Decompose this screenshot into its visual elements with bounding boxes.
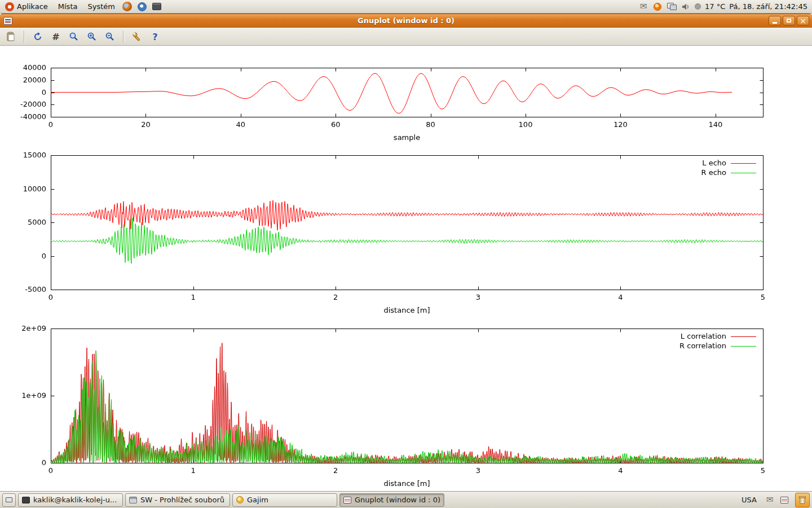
copy-button[interactable] [3,30,18,44]
task-button-gnuplot[interactable]: Gnuplot (window id : 0) [339,493,444,507]
toolbar-separator [123,30,124,43]
configure-button[interactable] [130,30,144,44]
panel-menus: Aplikace Místa Systém [0,0,164,13]
close-button[interactable]: × [797,16,809,25]
network-tray-button[interactable] [667,2,677,12]
file-manager-icon [129,497,137,503]
task-button-file-manager[interactable]: SW - Prohlížeč souborů [125,493,230,507]
screenshot-icon [152,3,161,10]
desktop-icon [6,497,12,502]
maximize-icon [787,19,791,23]
gnuplot-window: Gnuplot (window id : 0) × [0,14,812,491]
titlebar[interactable]: Gnuplot (window id : 0) × [0,14,812,28]
grid-button[interactable]: # [48,30,63,44]
system-menu[interactable]: Systém [82,0,120,13]
task-label: kaklik@kaklik-kolej-u... [33,496,117,504]
waveform-chart-canvas[interactable] [0,63,812,148]
magnifier-icon [69,32,79,42]
terminal-icon [22,497,30,503]
places-menu-label: Místa [58,2,78,11]
show-desktop-button[interactable] [2,493,16,507]
correlation-chart-canvas[interactable] [0,324,812,493]
mail-tray-button[interactable]: ✉ [638,2,648,12]
clipboard-icon [6,32,16,42]
network-icon [667,3,677,10]
grid-icon: # [52,32,59,42]
help-icon [138,2,147,11]
magnifier-plus-icon [87,32,97,42]
maximize-button[interactable] [783,16,795,25]
volume-tray-button[interactable] [681,2,691,12]
system-menu-label: Systém [87,2,114,11]
applications-menu[interactable]: Aplikace [0,0,53,13]
task-label: SW - Prohlížeč souborů [140,496,224,504]
gnuplot-icon [780,497,788,503]
mail-icon: ✉ [766,496,774,504]
clock-label[interactable]: Pá, 18. září, 21:42:45 [729,2,807,11]
echo-chart-canvas[interactable] [0,151,812,320]
speaker-icon [681,2,690,11]
update-tray-button[interactable] [652,2,663,12]
gajim-icon [236,496,244,503]
toolbar-separator [24,30,25,43]
keyboard-layout-indicator[interactable]: USA [737,496,761,504]
zoom-out-button[interactable] [103,30,117,44]
mail-notify-button[interactable]: ✉ [764,494,776,506]
desktop: Aplikace Místa Systém ✉ 17 °C [0,0,812,508]
temperature-label[interactable]: 17 °C [705,2,725,11]
autoscale-button[interactable] [67,30,81,44]
refresh-icon [33,32,43,42]
toolbar: # [0,28,812,46]
trash-icon [798,496,806,504]
question-icon: ? [152,32,157,42]
trash-button[interactable] [795,493,810,507]
plot-surface [0,46,812,491]
wrench-icon [132,32,142,42]
help-button[interactable]: ? [148,30,162,44]
panel-tray: ✉ 17 °C Pá, 18. září, 21:42:45 [638,0,812,13]
taskbar: kaklik@kaklik-kolej-u... SW - Prohlížeč … [0,491,812,508]
window-title: Gnuplot (window id : 0) [0,16,812,25]
update-icon [654,3,661,11]
minimize-icon [773,22,777,24]
task-button-terminal[interactable]: kaklik@kaklik-kolej-u... [18,493,123,507]
window-controls: × [769,16,809,25]
applications-menu-label: Aplikace [17,2,48,11]
mail-icon: ✉ [640,2,647,11]
screenshot-launcher[interactable] [151,1,162,12]
minimize-button[interactable] [769,16,781,25]
weather-icon [695,3,701,10]
replot-button[interactable] [30,30,45,44]
firefox-launcher[interactable] [122,1,133,12]
close-icon: × [800,17,806,25]
task-label: Gnuplot (window id : 0) [355,496,440,504]
top-panel: Aplikace Místa Systém ✉ 17 °C [0,0,812,14]
task-button-gajim[interactable]: Gajim [232,493,337,507]
help-launcher[interactable] [136,1,148,12]
zoom-in-button[interactable] [85,30,99,44]
ubuntu-logo-icon [5,2,14,11]
firefox-icon [122,2,132,11]
places-menu[interactable]: Místa [53,0,83,13]
magnifier-minus-icon [105,32,115,42]
task-label: Gajim [247,496,268,504]
gnuplot-tray-button[interactable] [778,494,791,506]
gnuplot-icon [343,497,351,503]
